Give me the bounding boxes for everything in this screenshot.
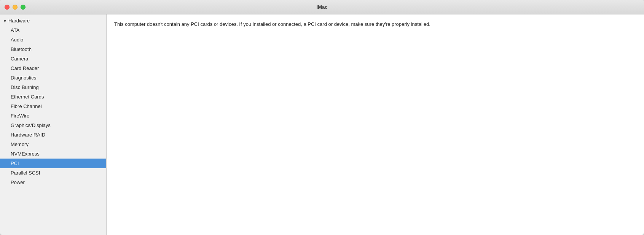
zoom-button[interactable]: [21, 5, 26, 10]
sidebar-item-ata[interactable]: ATA: [0, 25, 106, 35]
close-button[interactable]: [5, 5, 10, 10]
triangle-icon: ▼: [3, 19, 7, 23]
content-area: ▼Hardware ATAAudioBluetoothCameraCard Re…: [0, 14, 644, 235]
sidebar-item-card-reader[interactable]: Card Reader: [0, 64, 106, 73]
window-title: iMac: [317, 4, 328, 10]
sidebar-item-hardware-raid[interactable]: Hardware RAID: [0, 130, 106, 140]
sidebar-item-audio[interactable]: Audio: [0, 35, 106, 44]
sidebar-item-parallel-scsi[interactable]: Parallel SCSI: [0, 168, 106, 178]
sidebar-item-nvmexpress[interactable]: NVMExpress: [0, 149, 106, 159]
minimize-button[interactable]: [13, 5, 18, 10]
titlebar: iMac: [0, 0, 644, 14]
sidebar-item-hardware[interactable]: ▼Hardware: [0, 16, 106, 25]
sidebar-item-camera[interactable]: Camera: [0, 54, 106, 64]
sidebar-item-diagnostics[interactable]: Diagnostics: [0, 73, 106, 83]
main-window: iMac ▼Hardware ATAAudioBluetoothCameraCa…: [0, 0, 644, 235]
sidebar: ▼Hardware ATAAudioBluetoothCameraCard Re…: [0, 14, 107, 235]
sidebar-item-bluetooth[interactable]: Bluetooth: [0, 44, 106, 54]
main-content-panel: This computer doesn't contain any PCI ca…: [107, 14, 644, 235]
pci-info-text: This computer doesn't contain any PCI ca…: [114, 21, 457, 28]
sidebar-item-disc-burning[interactable]: Disc Burning: [0, 83, 106, 92]
sidebar-item-graphics-displays[interactable]: Graphics/Displays: [0, 121, 106, 130]
sidebar-item-ethernet-cards[interactable]: Ethernet Cards: [0, 92, 106, 102]
sidebar-item-memory[interactable]: Memory: [0, 140, 106, 149]
sidebar-item-power[interactable]: Power: [0, 178, 106, 187]
sidebar-item-fibre-channel[interactable]: Fibre Channel: [0, 102, 106, 111]
sidebar-item-pci[interactable]: PCI: [0, 159, 106, 168]
traffic-lights: [5, 5, 26, 10]
sidebar-item-firewire[interactable]: FireWire: [0, 111, 106, 121]
